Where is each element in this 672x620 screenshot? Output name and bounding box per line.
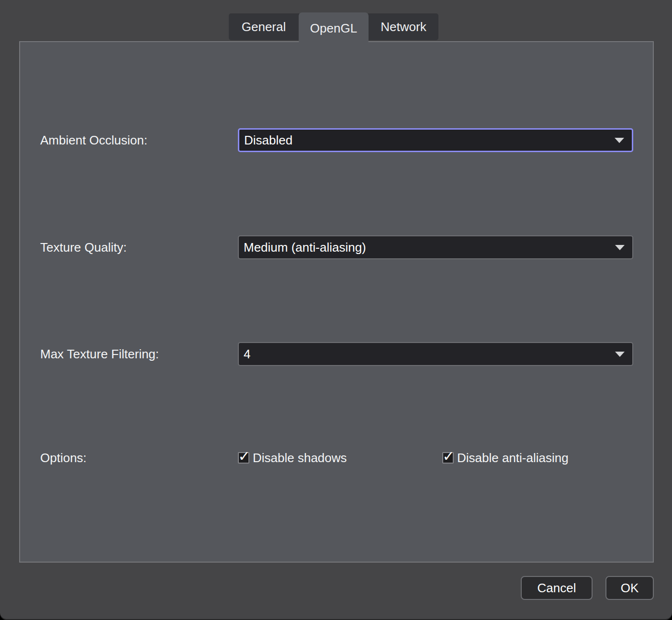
dropdown-arrow-icon [615, 138, 624, 143]
checkbox-box[interactable] [442, 452, 454, 464]
preferences-dialog: General OpenGL Network Ambient Occlusion… [0, 0, 672, 620]
dropdown-arrow-icon [615, 352, 625, 357]
tab-general-label: General [242, 20, 286, 34]
dropdown-arrow-icon [615, 245, 625, 250]
max-texture-filtering-label: Max Texture Filtering: [40, 342, 159, 366]
disable-shadows-label: Disable shadows [253, 451, 347, 465]
cancel-button[interactable]: Cancel [521, 576, 593, 600]
checkmark-icon [238, 449, 250, 464]
ok-button[interactable]: OK [605, 576, 654, 600]
texture-quality-label: Texture Quality: [40, 235, 127, 259]
tab-network[interactable]: Network [369, 13, 438, 40]
texture-quality-value: Medium (anti-aliasing) [239, 240, 366, 255]
options-label: Options: [40, 446, 87, 470]
tab-opengl[interactable]: OpenGL [299, 12, 369, 44]
ambient-occlusion-dropdown[interactable]: Disabled [238, 128, 633, 152]
tab-opengl-label: OpenGL [310, 21, 357, 36]
tab-general[interactable]: General [229, 13, 299, 40]
tab-network-label: Network [381, 20, 426, 34]
checkmark-icon [442, 449, 455, 464]
disable-anti-aliasing-label: Disable anti-aliasing [457, 451, 569, 465]
disable-anti-aliasing-checkbox[interactable]: Disable anti-aliasing [442, 446, 569, 470]
max-texture-filtering-value: 4 [239, 347, 250, 362]
disable-shadows-checkbox[interactable]: Disable shadows [238, 446, 347, 470]
opengl-settings-panel [19, 41, 654, 563]
max-texture-filtering-dropdown[interactable]: 4 [238, 342, 633, 366]
ambient-occlusion-value: Disabled [239, 133, 292, 148]
ambient-occlusion-label: Ambient Occlusion: [40, 128, 147, 152]
tab-bar: General OpenGL Network [229, 13, 438, 40]
texture-quality-dropdown[interactable]: Medium (anti-aliasing) [238, 235, 633, 259]
checkbox-box[interactable] [238, 452, 249, 464]
